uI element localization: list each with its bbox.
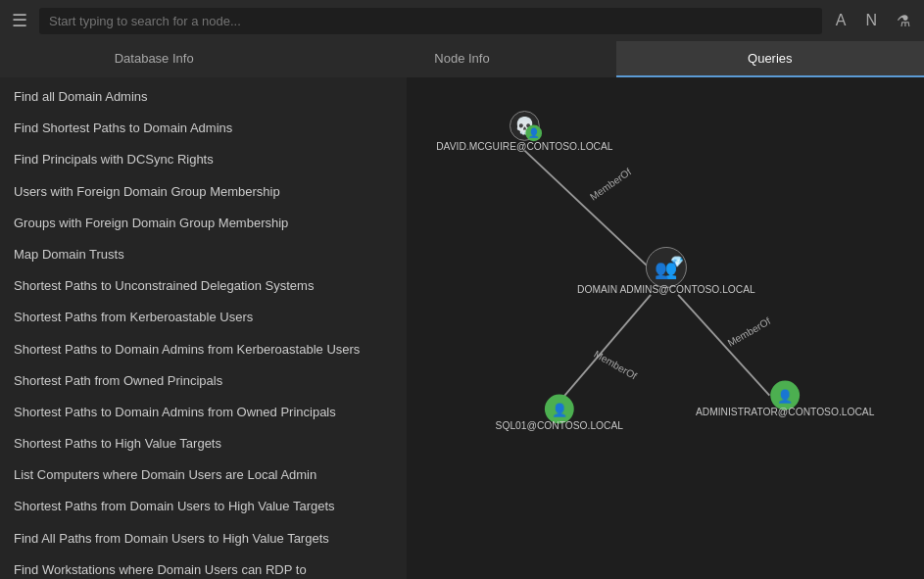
node-david[interactable]: 💀 👤 DAVID.MCGUIRE@CONTOSO.LOCAL [436, 112, 613, 152]
query-list: Find all Domain AdminsFind Shortest Path… [0, 77, 407, 579]
svg-text:DAVID.MCGUIRE@CONTOSO.LOCAL: DAVID.MCGUIRE@CONTOSO.LOCAL [436, 141, 613, 152]
tab-queries[interactable]: Queries [616, 41, 924, 77]
tab-database-info[interactable]: Database Info [0, 41, 308, 77]
query-item[interactable]: Shortest Path from Owned Principals [0, 365, 407, 397]
search-input[interactable] [39, 8, 822, 34]
query-item[interactable]: List Computers where Domain Users are Lo… [0, 459, 407, 491]
edge-label-david: MemberOf [588, 167, 633, 203]
node-icon-btn[interactable]: A [830, 8, 852, 33]
svg-line-2 [678, 295, 769, 396]
query-item[interactable]: Find all Domain Admins [0, 81, 407, 113]
filter-icon-btn[interactable]: ⚗ [891, 8, 916, 34]
query-item[interactable]: Find Principals with DCSync Rights [0, 144, 407, 175]
query-list-panel: Find all Domain AdminsFind Shortest Path… [0, 77, 407, 579]
tab-node-info[interactable]: Node Info [308, 41, 615, 77]
svg-line-1 [559, 295, 651, 402]
query-item[interactable]: Shortest Paths to High Value Targets [0, 428, 407, 459]
svg-line-0 [524, 151, 651, 269]
query-item[interactable]: Shortest Paths to Domain Admins from Ker… [0, 334, 407, 365]
query-item[interactable]: Shortest Paths to Unconstrained Delegati… [0, 270, 407, 302]
query-item[interactable]: Map Domain Trusts [0, 239, 407, 270]
edge-label-admin: MemberOf [726, 315, 773, 349]
svg-text:DOMAIN ADMINS@CONTOSO.LOCAL: DOMAIN ADMINS@CONTOSO.LOCAL [577, 284, 755, 295]
svg-text:👤: 👤 [552, 402, 568, 418]
graph-svg: MemberOf MemberOf MemberOf 💀 👤 DAVID.MCG… [407, 77, 924, 579]
edge-label-sql01: MemberOf [592, 349, 639, 382]
main-content: Find all Domain AdminsFind Shortest Path… [0, 77, 924, 579]
refresh-icon-btn[interactable]: N [859, 8, 883, 33]
svg-text:ADMINISTRATOR@CONTOSO.LOCAL: ADMINISTRATOR@CONTOSO.LOCAL [696, 407, 875, 417]
query-item[interactable]: Shortest Paths from Kerberoastable Users [0, 302, 407, 333]
svg-text:👤: 👤 [777, 388, 794, 405]
svg-text:👤: 👤 [528, 127, 540, 139]
node-sql01[interactable]: 👤 SQL01@CONTOSO.LOCAL [496, 395, 624, 431]
query-item[interactable]: Shortest Paths to Domain Admins from Own… [0, 397, 407, 428]
query-item[interactable]: Groups with Foreign Domain Group Members… [0, 208, 407, 239]
query-item[interactable]: Find All Paths from Domain Users to High… [0, 523, 407, 555]
svg-text:💎: 💎 [670, 255, 684, 268]
node-administrator[interactable]: 👤 ADMINISTRATOR@CONTOSO.LOCAL [696, 381, 875, 417]
top-bar: ☰ A N ⚗ [0, 0, 924, 41]
query-item[interactable]: Shortest Paths from Domain Users to High… [0, 491, 407, 522]
svg-text:SQL01@CONTOSO.LOCAL: SQL01@CONTOSO.LOCAL [496, 420, 624, 431]
node-domain-admins[interactable]: 👥 💎 DOMAIN ADMINS@CONTOSO.LOCAL [577, 247, 755, 295]
tabs-bar: Database Info Node Info Queries [0, 41, 924, 77]
graph-area: MemberOf MemberOf MemberOf 💀 👤 DAVID.MCG… [407, 77, 924, 579]
query-item[interactable]: Find Shortest Paths to Domain Admins [0, 113, 407, 144]
query-item[interactable]: Users with Foreign Domain Group Membersh… [0, 176, 407, 208]
query-item[interactable]: Find Workstations where Domain Users can… [0, 555, 407, 579]
hamburger-icon[interactable]: ☰ [8, 6, 31, 35]
